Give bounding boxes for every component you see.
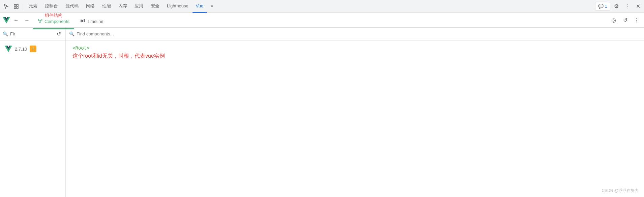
- target-icon: ◎: [611, 17, 616, 23]
- sidebar-vue-instance-item[interactable]: 2.7.10 !: [3, 44, 63, 54]
- feedback-icon: 💬: [598, 4, 604, 9]
- csdn-watermark: CSDN @浮浮在努力: [602, 188, 639, 194]
- back-icon: ←: [13, 17, 19, 23]
- refresh-vue-btn[interactable]: ↺: [620, 16, 630, 25]
- warning-badge[interactable]: !: [30, 46, 36, 52]
- right-panel-search-icon: 🔍: [69, 31, 75, 36]
- tab-memory[interactable]: 内存: [115, 0, 130, 13]
- sidebar: 🔍 ↺ 2.7.10 !: [0, 28, 66, 197]
- sidebar-refresh-icon: ↺: [57, 31, 61, 37]
- forward-icon: →: [24, 17, 30, 23]
- svg-point-4: [39, 20, 41, 22]
- svg-point-5: [38, 19, 39, 20]
- tab-components[interactable]: Components: [33, 15, 74, 29]
- tab-performance[interactable]: 性能: [99, 0, 114, 13]
- tab-components-label: Components: [45, 19, 69, 24]
- more-options-btn[interactable]: ⋮: [622, 2, 632, 11]
- right-panel-search-bar: 🔍: [66, 28, 644, 40]
- tab-lighthouse[interactable]: Lighthouse: [164, 0, 192, 13]
- forward-btn[interactable]: →: [22, 16, 32, 25]
- close-icon: ✕: [636, 3, 640, 9]
- tab-application[interactable]: 应用: [131, 0, 147, 13]
- svg-rect-12: [82, 20, 83, 22]
- settings-icon: ⚙: [614, 3, 619, 9]
- components-icon: [38, 19, 42, 24]
- tab-overflow[interactable]: »: [207, 0, 216, 13]
- vue-toolbar-right: ◎ ↺ ⋮: [609, 16, 641, 25]
- vue-logo: [3, 17, 10, 24]
- back-btn[interactable]: ←: [11, 16, 21, 25]
- tab-timeline-label: Timeline: [87, 19, 104, 24]
- svg-line-9: [40, 20, 41, 20]
- settings-btn[interactable]: ⚙: [612, 2, 621, 11]
- svg-line-8: [39, 20, 40, 20]
- svg-rect-2: [14, 7, 16, 8]
- sidebar-search-bar: 🔍 ↺: [0, 28, 65, 40]
- close-btn[interactable]: ✕: [633, 2, 643, 11]
- vue-toolbar: ← → 组件结构 Components: [0, 13, 644, 28]
- right-panel-search-input[interactable]: [77, 31, 641, 36]
- sidebar-search-input[interactable]: [10, 31, 37, 36]
- tab-vue[interactable]: Vue: [193, 0, 207, 13]
- svg-rect-3: [17, 7, 18, 8]
- root-tag-label: <Root>: [72, 45, 637, 51]
- svg-rect-0: [14, 4, 16, 6]
- target-btn[interactable]: ◎: [609, 16, 618, 25]
- svg-point-7: [40, 22, 41, 23]
- tab-security[interactable]: 安全: [147, 0, 163, 13]
- svg-rect-11: [81, 20, 82, 22]
- devtools-tabbar-right: 💬 1 ⚙ ⋮ ✕: [595, 2, 643, 11]
- svg-point-6: [41, 19, 42, 20]
- more-icon: ⋮: [624, 3, 630, 9]
- sidebar-vue-logo: [5, 45, 12, 53]
- sidebar-content: 2.7.10 !: [0, 40, 65, 197]
- right-panel: 🔍 <Root> 这个root和id无关，叫根，代表vue实例 CSDN @浮浮…: [66, 28, 644, 197]
- vue-more-btn[interactable]: ⋮: [632, 16, 641, 25]
- right-panel-content: <Root> 这个root和id无关，叫根，代表vue实例 CSDN @浮浮在努…: [66, 40, 644, 197]
- vue-more-icon: ⋮: [634, 17, 639, 23]
- main-content: 🔍 ↺ 2.7.10 ! 🔍 <Ro: [0, 28, 644, 197]
- warning-icon: !: [32, 47, 34, 51]
- cursor-icon-btn[interactable]: [1, 2, 11, 11]
- timeline-icon: [80, 19, 85, 24]
- tab-timeline[interactable]: Timeline: [76, 15, 108, 29]
- tab-divider-1: [23, 3, 23, 10]
- badge-count: 1: [605, 4, 607, 9]
- components-tab-wrapper: 组件结构 Components: [33, 11, 74, 29]
- root-annotation-text: 这个root和id无关，叫根，代表vue实例: [72, 53, 637, 60]
- devtools-tabbar: 元素 控制台 源代码 网络 性能 内存 应用 安全 Lighthouse Vue…: [0, 0, 644, 13]
- tab-network[interactable]: 网络: [83, 0, 98, 13]
- svg-rect-1: [17, 4, 18, 6]
- refresh-icon: ↺: [623, 17, 627, 23]
- inspect-icon-btn[interactable]: [11, 2, 21, 11]
- feedback-badge-btn[interactable]: 💬 1: [595, 2, 610, 11]
- sidebar-search-icon: 🔍: [3, 31, 8, 36]
- svg-rect-13: [84, 19, 85, 22]
- sidebar-refresh-btn[interactable]: ↺: [55, 30, 63, 38]
- vue-version-label: 2.7.10: [15, 47, 27, 52]
